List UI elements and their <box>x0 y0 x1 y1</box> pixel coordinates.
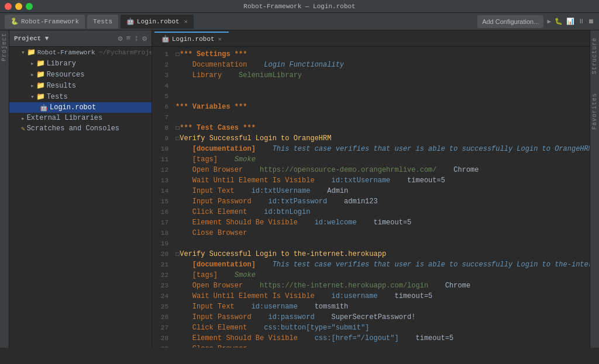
project-sidebar-label: Project <box>0 30 9 348</box>
tree-item-login-robot[interactable]: 🤖 Login.robot <box>9 102 152 113</box>
robot-file-icon: 🤖 <box>126 18 135 25</box>
tree-item-results[interactable]: ▸ 📁 Results <box>9 80 152 91</box>
tab-login-robot[interactable]: 🤖 Login.robot ✕ <box>121 15 194 29</box>
editor-area: 🤖 Login.robot ✕ 1 ☐*** Settings *** 2 Do… <box>152 30 590 348</box>
right-sidebar: Structure Favorites <box>590 30 599 348</box>
folder-closed-icon: ▸ <box>30 82 35 89</box>
tree-item-robot-framework[interactable]: ▾ 📁 Robot-Framework ~/PycharmProjects/..… <box>9 47 152 58</box>
scratches-icon: ✎ <box>21 125 25 133</box>
robot-icon: 🤖 <box>161 35 170 43</box>
coverage-icon[interactable]: 📊 <box>566 18 574 25</box>
tree-folder-icon: 📁 <box>27 48 36 57</box>
maximize-button[interactable] <box>26 3 33 10</box>
file-tree-header: Project ▼ ⚙ ≡ ↕ ⚙ <box>9 30 152 47</box>
code-line-28: 28 Element Should Be Visible css:[href="… <box>152 333 590 344</box>
code-line-17: 17 Element Should Be Visible id:welcome … <box>152 217 590 228</box>
tab-robot-framework[interactable]: 🐍 Robot-Framework <box>5 15 85 29</box>
code-line-27: 27 Click Element css:button[type="submit… <box>152 323 590 333</box>
code-line-4: 4 <box>152 81 590 91</box>
minimize-button[interactable] <box>15 3 22 10</box>
code-line-15: 15 Input Password id:txtPassword admin12… <box>152 196 590 207</box>
file-tree-icons: ⚙ ≡ ↕ ⚙ <box>118 34 147 43</box>
code-line-23: 23 Open Browser https://the-internet.her… <box>152 280 590 291</box>
code-line-29: 29 Close Browser <box>152 344 590 348</box>
code-line-26: 26 Input Password id:password SuperSecre… <box>152 312 590 323</box>
code-line-5: 5 <box>152 91 590 102</box>
stop-icon[interactable]: ⏹ <box>588 18 594 25</box>
code-line-22: 22 [tags] Smoke <box>152 270 590 280</box>
code-editor[interactable]: 1 ☐*** Settings *** 2 Documentation Logi… <box>152 47 590 348</box>
code-line-7: 7 <box>152 112 590 123</box>
tab-close-icon[interactable]: ✕ <box>184 18 188 25</box>
project-label-text: Project <box>1 33 8 61</box>
code-line-18: 18 Close Browser <box>152 228 590 238</box>
editor-tab-bar: 🤖 Login.robot ✕ <box>152 30 590 47</box>
main-layout: Project Project ▼ ⚙ ≡ ↕ ⚙ ▾ 📁 Robot-Fram… <box>0 30 599 348</box>
code-line-9: 9 ☐Verify Successful Login to OrangeHRM <box>152 133 590 144</box>
code-line-21: 21 [documentation] This test case verifi… <box>152 259 590 270</box>
code-line-8: 8 ☐*** Test Cases *** <box>152 123 590 133</box>
folder-open-icon: ▾ <box>21 48 25 56</box>
tab-x-icon[interactable]: ✕ <box>218 36 222 43</box>
code-line-19: 19 <box>152 238 590 249</box>
code-line-1: 1 ☐*** Settings *** <box>152 49 590 60</box>
pause-icon[interactable]: ⏸ <box>578 18 584 25</box>
editor-tab-login-robot[interactable]: 🤖 Login.robot ✕ <box>154 32 229 45</box>
folder-closed-icon: ▸ <box>21 115 25 122</box>
code-line-10: 10 [documentation] This test case verifi… <box>152 144 590 154</box>
add-configuration-button[interactable]: Add Configuration... <box>477 15 543 28</box>
code-line-20: 20 ☐Verify Successful Login to the-inter… <box>152 249 590 259</box>
tree-item-resources[interactable]: ▸ 📁 Resources <box>9 69 152 80</box>
tree-item-tests[interactable]: ▾ 📁 Tests <box>9 91 152 102</box>
gear-icon[interactable]: ⚙ <box>118 34 123 43</box>
traffic-lights <box>5 3 33 10</box>
debug-icon[interactable]: 🐛 <box>555 18 563 25</box>
code-line-25: 25 Input Text id:username tomsmith <box>152 301 590 312</box>
settings-icon[interactable]: ⚙ <box>142 34 147 43</box>
tree-item-scratches[interactable]: ✎ Scratches and Consoles <box>9 123 152 134</box>
folder-closed-icon: ▸ <box>30 60 35 67</box>
robot-framework-icon: 🐍 <box>11 18 19 25</box>
file-icon: 🤖 <box>40 104 48 112</box>
code-line-6: 6 *** Variables *** <box>152 102 590 112</box>
window-title: Robot-Framework — Login.robot <box>243 3 355 10</box>
list-icon[interactable]: ≡ <box>126 34 131 43</box>
folder-open-icon: ▾ <box>30 93 35 100</box>
code-line-11: 11 [tags] Smoke <box>152 154 590 165</box>
main-toolbar: 🐍 Robot-Framework Tests 🤖 Login.robot ✕ … <box>0 13 599 30</box>
toolbar-right: Add Configuration... ▶ 🐛 📊 ⏸ ⏹ <box>477 15 594 28</box>
tab-tests[interactable]: Tests <box>87 15 118 29</box>
tree-item-library[interactable]: ▸ 📁 Library <box>9 58 152 69</box>
code-line-13: 13 Wait Until Element Is Visible id:txtU… <box>152 175 590 186</box>
code-line-24: 24 Wait Until Element Is Visible id:user… <box>152 291 590 301</box>
code-line-14: 14 Input Text id:txtUsername Admin <box>152 186 590 196</box>
titlebar: Robot-Framework — Login.robot <box>0 0 599 13</box>
sort-icon[interactable]: ↕ <box>134 34 139 43</box>
code-line-12: 12 Open Browser https://opensource-demo.… <box>152 165 590 175</box>
favorites-label: Favorites <box>591 93 598 130</box>
close-button[interactable] <box>5 3 12 10</box>
file-tree: Project ▼ ⚙ ≡ ↕ ⚙ ▾ 📁 Robot-Framework ~/… <box>9 30 152 348</box>
code-line-3: 3 Library SeleniumLibrary <box>152 70 590 81</box>
code-line-16: 16 Click Element id:btnLogin <box>152 207 590 217</box>
file-tree-title: Project ▼ <box>14 35 49 42</box>
run-icon[interactable]: ▶ <box>547 18 551 25</box>
structure-label: Structure <box>591 37 598 74</box>
tree-item-external-libraries[interactable]: ▸ External Libraries <box>9 113 152 123</box>
folder-closed-icon: ▸ <box>30 71 35 78</box>
code-line-2: 2 Documentation Login Functionality <box>152 60 590 70</box>
